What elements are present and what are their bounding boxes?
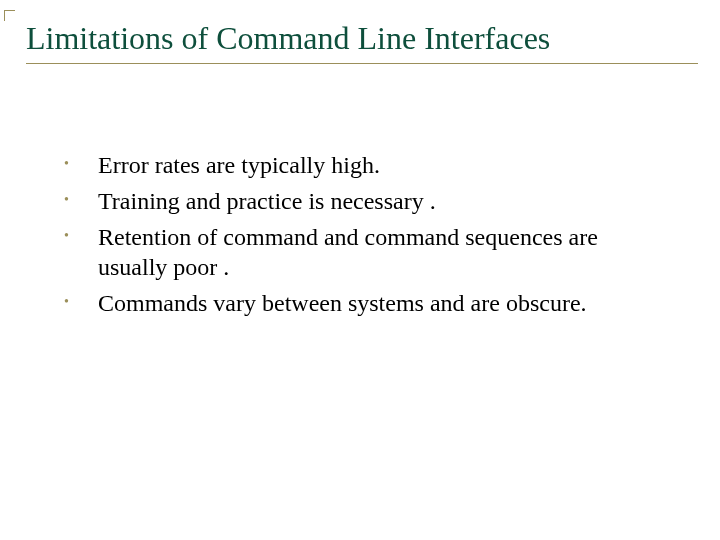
list-item-text: Training and practice is necessary . xyxy=(98,186,436,216)
list-item: • Retention of command and command seque… xyxy=(62,222,668,282)
bullet-icon: • xyxy=(62,186,98,214)
bullet-icon: • xyxy=(62,150,98,178)
list-item: • Training and practice is necessary . xyxy=(62,186,668,216)
list-item: • Commands vary between systems and are … xyxy=(62,288,668,318)
bullet-icon: • xyxy=(62,288,98,316)
slide-title: Limitations of Command Line Interfaces xyxy=(26,20,698,64)
title-area: Limitations of Command Line Interfaces xyxy=(26,20,698,64)
list-item-text: Retention of command and command sequenc… xyxy=(98,222,668,282)
bullet-icon: • xyxy=(62,222,98,250)
list-item-text: Commands vary between systems and are ob… xyxy=(98,288,587,318)
slide: Limitations of Command Line Interfaces •… xyxy=(0,0,720,540)
slide-body: • Error rates are typically high. • Trai… xyxy=(22,150,698,318)
list-item-text: Error rates are typically high. xyxy=(98,150,380,180)
title-corner-decoration xyxy=(4,10,15,21)
list-item: • Error rates are typically high. xyxy=(62,150,668,180)
